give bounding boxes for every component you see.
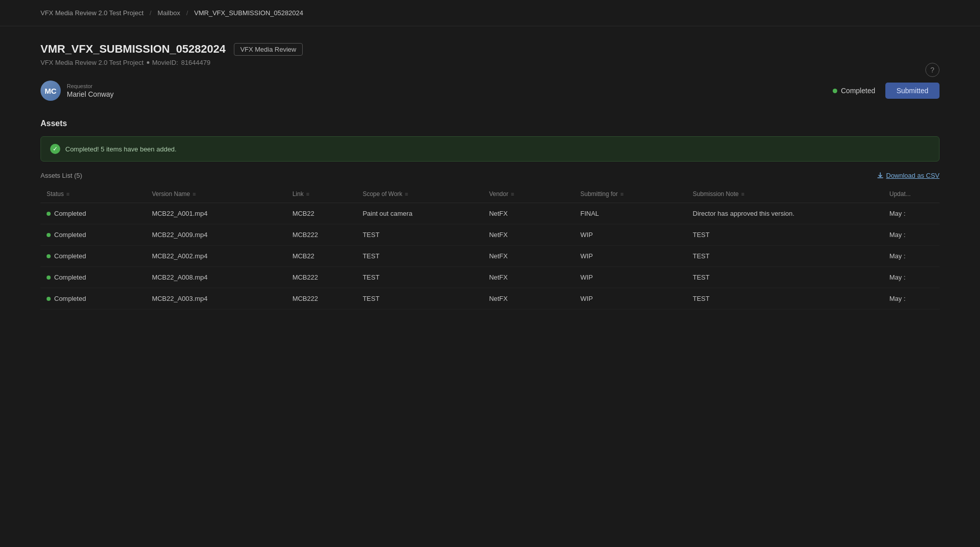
cell-submitting-2: WIP — [575, 246, 687, 267]
cell-status-3: Completed — [40, 267, 146, 288]
status-text-1: Completed — [54, 231, 86, 239]
th-submitting[interactable]: Submitting for ≡ — [575, 185, 687, 203]
status-dot-4 — [47, 297, 51, 301]
cell-link-1: MCB222 — [287, 224, 357, 246]
th-version[interactable]: Version Name ≡ — [146, 185, 287, 203]
meta-movieid-label: MovieID: — [152, 59, 178, 66]
cell-link-0: MCB22 — [287, 203, 357, 224]
cell-updated-1: May : — [883, 224, 940, 246]
cell-status-2: Completed — [40, 246, 146, 267]
table-row[interactable]: Completed MCB22_A003.mp4 MCB222 TEST Net… — [40, 288, 940, 309]
cell-scope-0: Paint out camera — [356, 203, 483, 224]
help-icon[interactable]: ? — [925, 63, 940, 77]
status-text-4: Completed — [54, 295, 86, 302]
assets-list-label: Assets List (5) — [40, 172, 82, 179]
cell-note-1: TEST — [687, 224, 884, 246]
status-text-0: Completed — [54, 210, 86, 217]
cell-updated-4: May : — [883, 288, 940, 309]
cell-vendor-4: NetFX — [483, 288, 574, 309]
table-body: Completed MCB22_A001.mp4 MCB22 Paint out… — [40, 203, 940, 309]
breadcrumb-bar: VFX Media Review 2.0 Test Project / Mail… — [0, 0, 980, 26]
cell-note-3: TEST — [687, 267, 884, 288]
page-header: VMR_VFX_SUBMISSION_05282024 VFX Media Re… — [40, 43, 940, 56]
table-row[interactable]: Completed MCB22_A008.mp4 MCB222 TEST Net… — [40, 267, 940, 288]
completed-dot — [833, 89, 837, 93]
status-dot-1 — [47, 233, 51, 237]
success-icon: ✓ — [50, 144, 60, 154]
cell-status-0: Completed — [40, 203, 146, 224]
cell-submitting-4: WIP — [575, 288, 687, 309]
cell-version-3: MCB22_A008.mp4 — [146, 267, 287, 288]
sort-icon-status: ≡ — [66, 191, 69, 197]
breadcrumb-project[interactable]: VFX Media Review 2.0 Test Project — [40, 9, 144, 17]
page-meta: VFX Media Review 2.0 Test Project MovieI… — [40, 59, 940, 66]
cell-status-1: Completed — [40, 224, 146, 246]
sort-icon-vendor: ≡ — [511, 191, 514, 197]
th-note[interactable]: Submission Note ≡ — [687, 185, 884, 203]
avatar: MC — [40, 81, 61, 101]
meta-project: VFX Media Review 2.0 Test Project — [40, 59, 144, 66]
th-link[interactable]: Link ≡ — [287, 185, 357, 203]
requester-info: MC Requestor Mariel Conway — [40, 81, 114, 101]
cell-version-4: MCB22_A003.mp4 — [146, 288, 287, 309]
sort-icon-link: ≡ — [306, 191, 309, 197]
status-dot-0 — [47, 212, 51, 216]
status-dot-2 — [47, 254, 51, 258]
th-update[interactable]: Updat... — [883, 185, 940, 203]
assets-section-title: Assets — [40, 119, 940, 128]
cell-version-1: MCB22_A009.mp4 — [146, 224, 287, 246]
th-scope[interactable]: Scope of Work ≡ — [356, 185, 483, 203]
cell-vendor-1: NetFX — [483, 224, 574, 246]
cell-version-0: MCB22_A001.mp4 — [146, 203, 287, 224]
cell-link-4: MCB222 — [287, 288, 357, 309]
cell-submitting-1: WIP — [575, 224, 687, 246]
breadcrumb-sep-2: / — [186, 9, 188, 17]
tag-badge: VFX Media Review — [234, 43, 303, 56]
cell-vendor-0: NetFX — [483, 203, 574, 224]
table-row[interactable]: Completed MCB22_A001.mp4 MCB22 Paint out… — [40, 203, 940, 224]
cell-note-0: Director has approved this version. — [687, 203, 884, 224]
cell-link-3: MCB222 — [287, 267, 357, 288]
completed-label: Completed — [841, 87, 875, 95]
cell-scope-2: TEST — [356, 246, 483, 267]
requester-name: Mariel Conway — [67, 90, 114, 98]
th-status[interactable]: Status ≡ — [40, 185, 146, 203]
sort-icon-submitting: ≡ — [621, 191, 624, 197]
table-row[interactable]: Completed MCB22_A009.mp4 MCB222 TEST Net… — [40, 224, 940, 246]
cell-updated-2: May : — [883, 246, 940, 267]
sort-icon-scope: ≡ — [405, 191, 408, 197]
assets-table-container: Status ≡ Version Name ≡ — [40, 185, 940, 309]
cell-submitting-0: FINAL — [575, 203, 687, 224]
cell-scope-4: TEST — [356, 288, 483, 309]
status-text-3: Completed — [54, 274, 86, 281]
cell-vendor-2: NetFX — [483, 246, 574, 267]
requester-label: Requestor — [67, 83, 114, 89]
cell-status-4: Completed — [40, 288, 146, 309]
assets-section: Assets ✓ Completed! 5 items have been ad… — [40, 119, 940, 309]
cell-note-2: TEST — [687, 246, 884, 267]
status-completed: Completed — [833, 87, 875, 95]
cell-vendor-3: NetFX — [483, 267, 574, 288]
status-area: Completed Submitted — [833, 83, 940, 99]
status-text-2: Completed — [54, 252, 86, 260]
cell-updated-0: May : — [883, 203, 940, 224]
cell-submitting-3: WIP — [575, 267, 687, 288]
meta-separator — [147, 61, 149, 64]
download-csv-button[interactable]: Download as CSV — [877, 172, 940, 179]
cell-updated-3: May : — [883, 267, 940, 288]
requester-section: MC Requestor Mariel Conway Completed Sub… — [40, 81, 940, 101]
meta-movieid: 81644479 — [181, 59, 211, 66]
cell-version-2: MCB22_A002.mp4 — [146, 246, 287, 267]
table-header-row: Status ≡ Version Name ≡ — [40, 185, 940, 203]
assets-table: Status ≡ Version Name ≡ — [40, 185, 940, 309]
breadcrumb-submission: VMR_VFX_SUBMISSION_05282024 — [194, 9, 303, 17]
th-vendor[interactable]: Vendor ≡ — [483, 185, 574, 203]
download-icon — [877, 172, 884, 179]
sort-icon-note: ≡ — [741, 191, 744, 197]
breadcrumb-mailbox[interactable]: Mailbox — [157, 9, 180, 17]
cell-note-4: TEST — [687, 288, 884, 309]
page-title: VMR_VFX_SUBMISSION_05282024 — [40, 43, 226, 56]
status-dot-3 — [47, 276, 51, 280]
submitted-button[interactable]: Submitted — [885, 83, 940, 99]
table-row[interactable]: Completed MCB22_A002.mp4 MCB22 TEST NetF… — [40, 246, 940, 267]
